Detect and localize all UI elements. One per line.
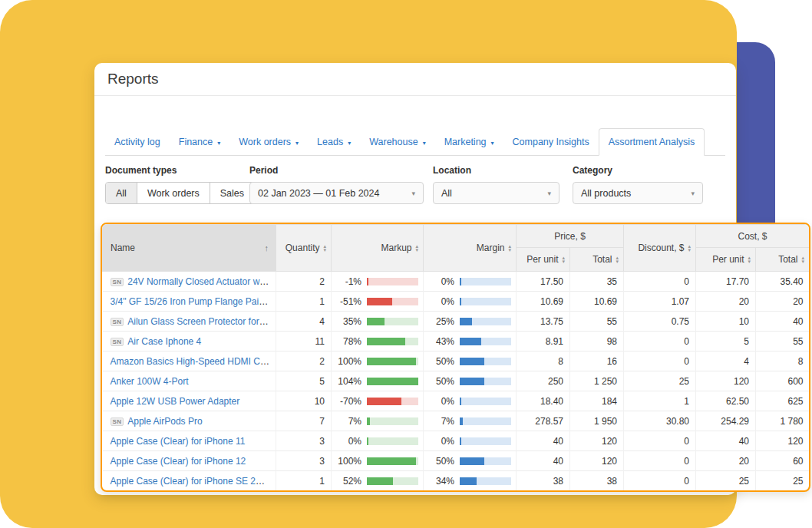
markup-cell: -70% bbox=[332, 391, 424, 411]
quantity-cell: 2 bbox=[276, 272, 332, 292]
table-row: Apple Case (Clear) for iPhone SE 2020152… bbox=[103, 471, 810, 491]
discount-cell: 1 bbox=[624, 391, 696, 411]
period-select[interactable]: 02 Jan 2023 — 01 Feb 2024 ▾ bbox=[249, 182, 424, 204]
col-header-price-per-unit[interactable]: Per unit▴▾ bbox=[517, 248, 570, 272]
markup-bar bbox=[367, 417, 418, 425]
margin-value: 50% bbox=[428, 356, 454, 367]
product-link[interactable]: Air Case Iphone 4 bbox=[127, 336, 201, 347]
discount-cell: 0.75 bbox=[624, 312, 696, 332]
price-per-unit-cell: 8.91 bbox=[517, 332, 570, 351]
quantity-cell: 5 bbox=[276, 371, 332, 391]
category-value: All products bbox=[581, 188, 631, 199]
tab-work-orders[interactable]: Work orders▾ bbox=[229, 129, 308, 155]
table-row: SNAir Case Iphone 41178%43%8.91980555 bbox=[103, 332, 810, 351]
cost-per-unit-cell: 10 bbox=[696, 312, 756, 332]
cost-per-unit-cell: 25 bbox=[696, 471, 756, 491]
markup-value: 35% bbox=[335, 316, 361, 327]
product-name-cell: Apple Case (Clear) for iPhone 11 bbox=[103, 431, 276, 451]
margin-bar bbox=[460, 298, 511, 305]
chevron-down-icon: ▾ bbox=[491, 140, 494, 147]
price-per-unit-cell: 40 bbox=[517, 451, 570, 471]
col-header-cost-group: Cost, $ bbox=[696, 225, 810, 248]
document-type-option-sales[interactable]: Sales bbox=[210, 183, 254, 203]
chevron-down-icon: ▾ bbox=[217, 140, 220, 147]
price-per-unit-cell: 10.69 bbox=[517, 292, 570, 312]
margin-cell: 7% bbox=[424, 411, 517, 431]
margin-value: 0% bbox=[428, 276, 454, 287]
col-header-markup[interactable]: Markup▴▾ bbox=[332, 225, 424, 272]
discount-cell: 0 bbox=[624, 332, 696, 351]
margin-value: 0% bbox=[428, 396, 454, 407]
col-header-cost-per-unit[interactable]: Per unit▴▾ bbox=[696, 248, 756, 272]
filter-document-types: Document types AllWork ordersSales bbox=[105, 165, 255, 204]
quantity-cell: 10 bbox=[276, 391, 332, 411]
price-per-unit-cell: 40 bbox=[517, 431, 570, 451]
tab-assortment-analysis[interactable]: Assortment Analysis bbox=[599, 128, 705, 156]
product-link[interactable]: Ailun Glass Screen Protector for iPhone … bbox=[127, 316, 276, 327]
col-header-margin[interactable]: Margin▴▾ bbox=[424, 225, 517, 272]
tab-label: Company Insights bbox=[513, 137, 589, 147]
tab-marketing[interactable]: Marketing▾ bbox=[435, 129, 503, 155]
sort-icon: ▴▾ bbox=[323, 244, 326, 252]
table-row: 3/4" GF 15/26 Iron Pump Flange Pair (NPT… bbox=[103, 292, 810, 312]
product-link[interactable]: Anker 100W 4-Port bbox=[111, 376, 189, 387]
col-header-cost-total[interactable]: Total▴▾ bbox=[756, 248, 810, 272]
margin-cell: 43% bbox=[424, 332, 517, 351]
margin-bar bbox=[460, 398, 511, 405]
col-header-name[interactable]: Name ↑ bbox=[103, 225, 276, 272]
margin-cell: 50% bbox=[424, 451, 517, 471]
document-types-label: Document types bbox=[105, 165, 255, 176]
product-link[interactable]: Apple Case (Clear) for iPhone SE 2020 bbox=[111, 476, 271, 487]
quantity-cell: 7 bbox=[276, 411, 332, 431]
margin-value: 50% bbox=[428, 456, 454, 467]
price-per-unit-cell: 17.50 bbox=[517, 272, 570, 292]
cost-total-cell: 600 bbox=[756, 371, 810, 391]
serial-number-badge: SN bbox=[111, 278, 124, 286]
document-type-option-work-orders[interactable]: Work orders bbox=[137, 183, 210, 203]
product-link[interactable]: Apple AirPods Pro bbox=[127, 416, 202, 427]
col-header-discount[interactable]: Discount, $▴▾ bbox=[624, 225, 696, 272]
serial-number-badge: SN bbox=[111, 318, 124, 326]
product-link[interactable]: 3/4" GF 15/26 Iron Pump Flange Pair (NPT… bbox=[111, 296, 276, 307]
filters-row: Document types AllWork ordersSales Perio… bbox=[105, 165, 736, 219]
table-row: SN24V Normally Closed Actuator w/ aux. s… bbox=[103, 272, 810, 292]
product-link[interactable]: Apple Case (Clear) for iPhone 11 bbox=[111, 436, 246, 447]
table-row: SNApple AirPods Pro77%7%278.571 95030.80… bbox=[103, 411, 810, 431]
markup-bar bbox=[367, 298, 418, 305]
tab-activity-log[interactable]: Activity log bbox=[105, 129, 170, 155]
sort-icon: ▴▾ bbox=[562, 256, 565, 263]
col-header-quantity[interactable]: Quantity▴▾ bbox=[276, 225, 332, 272]
product-link[interactable]: Amazon Basics High-Speed HDMI Cable For … bbox=[111, 356, 276, 367]
category-select[interactable]: All products ▾ bbox=[573, 182, 703, 204]
cost-total-cell: 20 bbox=[756, 292, 810, 312]
price-total-cell: 38 bbox=[570, 471, 624, 491]
tab-company-insights[interactable]: Company Insights bbox=[503, 129, 599, 155]
cost-total-cell: 120 bbox=[756, 431, 810, 451]
quantity-cell: 3 bbox=[276, 431, 332, 451]
product-link[interactable]: 24V Normally Closed Actuator w/ aux. swi… bbox=[127, 276, 276, 287]
chevron-down-icon: ▾ bbox=[348, 140, 351, 147]
tab-finance[interactable]: Finance▾ bbox=[170, 129, 230, 155]
document-type-option-all[interactable]: All bbox=[106, 183, 137, 203]
assortment-table-highlight: Name ↑ Quantity▴▾ Markup▴▾ Margin▴▾ Pric… bbox=[101, 223, 810, 492]
quantity-cell: 1 bbox=[276, 292, 332, 312]
markup-bar bbox=[367, 358, 418, 365]
product-link[interactable]: Apple Case (Clear) for iPhone 12 bbox=[111, 456, 246, 467]
margin-cell: 0% bbox=[424, 391, 517, 411]
quantity-cell: 2 bbox=[276, 351, 332, 371]
sort-icon: ▴▾ bbox=[616, 256, 619, 263]
chevron-down-icon: ▾ bbox=[423, 140, 426, 147]
sort-asc-icon: ↑ bbox=[265, 243, 269, 252]
markup-cell: 0% bbox=[332, 431, 424, 451]
period-label: Period bbox=[249, 165, 424, 176]
period-value: 02 Jan 2023 — 01 Feb 2024 bbox=[258, 188, 379, 199]
product-link[interactable]: Apple 12W USB Power Adapter bbox=[111, 396, 240, 407]
filter-category: Category All products ▾ bbox=[573, 165, 703, 204]
margin-bar bbox=[460, 437, 511, 445]
tab-warehouse[interactable]: Warehouse▾ bbox=[360, 129, 434, 155]
col-header-price-total[interactable]: Total▴▾ bbox=[570, 248, 624, 272]
price-total-cell: 16 bbox=[570, 351, 624, 371]
location-select[interactable]: All ▾ bbox=[433, 182, 559, 204]
tab-leads[interactable]: Leads▾ bbox=[308, 129, 360, 155]
page-title: Reports bbox=[107, 71, 159, 87]
